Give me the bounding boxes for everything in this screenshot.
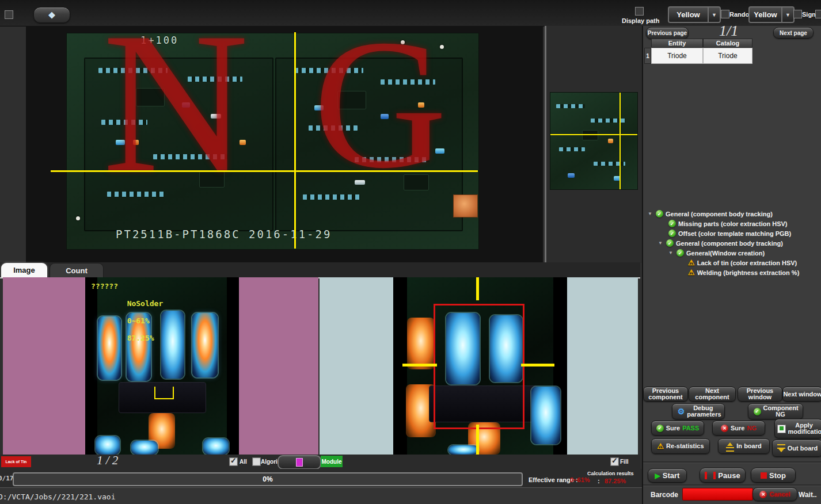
tree-expander-icon[interactable] [658, 241, 664, 246]
color-select-right-value: Yellow [750, 7, 781, 22]
pcb-fiducial-hole [76, 216, 80, 220]
table-corner [644, 39, 651, 48]
out-board-label: Out board [788, 445, 818, 452]
crosshair-horizontal-line [51, 170, 478, 172]
tree-expander-icon[interactable] [668, 251, 674, 255]
tree-item-offset[interactable]: Offset (color template matching PGB) [645, 228, 818, 238]
check-circle-icon [676, 249, 684, 257]
check-circle-icon [668, 230, 676, 237]
inspection-tree: General (component body tracking) Missin… [645, 209, 818, 277]
next-page-button[interactable]: Next page [773, 27, 814, 39]
column-header-catalog[interactable]: Catalog [703, 39, 752, 48]
progress-percent-text: 0% [263, 475, 272, 483]
defect-type-badge: Lack of Tin [1, 456, 31, 467]
out-board-button[interactable]: Out board [772, 440, 821, 457]
sign-checkbox[interactable] [793, 10, 802, 18]
pcb-component [568, 173, 575, 178]
check-circle-icon [754, 408, 761, 415]
previous-window-button[interactable]: Previous window [738, 387, 782, 402]
column-header-entity[interactable]: Entity [651, 39, 703, 48]
fill-checkbox[interactable] [610, 457, 619, 466]
pcb-board-photo[interactable]: 1+100 PT2511B-PT1868C 2016-11-29 N G [66, 33, 479, 250]
progress-bar: 0% [13, 472, 523, 486]
tab-count[interactable]: Count [50, 263, 104, 278]
color-swatch [296, 458, 303, 467]
solder-pad [161, 311, 184, 379]
next-window-button[interactable]: Next window [782, 387, 821, 402]
board-count-text: 0/17 [0, 475, 14, 482]
color-select-right[interactable]: Yellow ▼ [748, 6, 795, 23]
previous-page-button[interactable]: Previous page [646, 27, 689, 39]
sure-pass-button[interactable]: Sure PASS [651, 421, 704, 436]
copper-pad-region [453, 194, 478, 217]
overlay-line-2: NoSolder [127, 299, 164, 308]
tree-item-general-tracking-2[interactable]: General (component body tracking) [645, 238, 818, 248]
color-select-left[interactable]: Yellow ▼ [668, 6, 721, 23]
thumb-crosshair-horizontal [550, 134, 637, 135]
solder-pad [448, 445, 478, 455]
sure-pass-prefix: Sure [666, 425, 680, 432]
defect-closeup-photo[interactable]: ?????? NoSolder 0~61% 87.25% [85, 277, 239, 455]
display-path-checkbox[interactable] [635, 7, 644, 16]
tree-expander-icon[interactable] [648, 212, 653, 216]
start-button[interactable]: Start [648, 468, 687, 483]
stop-button[interactable]: Stop [751, 468, 796, 483]
job-path-text: D:/VCTA/Jobs//221/221.vaoi [0, 492, 116, 501]
tree-item-general-tracking-1[interactable]: General (component body tracking) [645, 209, 818, 219]
solder-pad [407, 318, 435, 369]
barcode-cancel-button[interactable]: Cancel [752, 487, 797, 501]
tab-count-label: Count [66, 266, 88, 275]
expand-view-button[interactable] [33, 7, 70, 23]
chevron-down-icon[interactable]: ▼ [708, 7, 720, 22]
sure-ng-prefix: Sure [731, 425, 744, 432]
overlay-color-button[interactable] [278, 455, 321, 469]
module-closeup-photo[interactable] [393, 277, 567, 455]
apply-modification-label: Apply modification [788, 422, 820, 435]
panel-divider [643, 484, 821, 486]
re-statistics-button[interactable]: Re-statistics [651, 438, 710, 454]
sure-pass-suffix: PASS [682, 425, 699, 432]
sure-ng-button[interactable]: Sure NG [712, 421, 765, 436]
all-checkbox[interactable] [229, 457, 238, 466]
pcb-component-row [559, 147, 585, 151]
tree-item-label: Lack of tin (color extraction HSV) [697, 259, 797, 266]
tree-item-welding[interactable]: Welding (brightness extraction %) [645, 268, 818, 277]
table-cell-entity[interactable]: Triode [651, 48, 703, 64]
zoom-thumbnail-photo[interactable] [550, 92, 638, 190]
window-marker-left [402, 364, 437, 366]
check-circle-icon [666, 239, 674, 247]
barcode-input[interactable] [682, 488, 753, 501]
pcb-component-row [556, 104, 585, 108]
random-checkbox[interactable] [721, 10, 729, 18]
machine-status-text: Wait.. [799, 491, 817, 499]
progress-status-row: 0/17 0% Effective range : 0~61% Calculat… [0, 469, 642, 487]
pcb-component [608, 139, 613, 143]
window-marker-right [521, 364, 554, 366]
chevron-down-icon[interactable]: ▼ [781, 7, 793, 22]
previous-component-button[interactable]: Previous component [643, 387, 688, 402]
tree-item-window-creation[interactable]: General(Window creation) [645, 248, 818, 258]
previous-window-label: Previous window [738, 388, 782, 400]
apply-modification-button[interactable]: Apply modification [774, 419, 821, 438]
tab-image[interactable]: Image [1, 263, 47, 277]
overlay-line-4: 87.25% [127, 334, 154, 342]
in-board-button[interactable]: In board [718, 438, 770, 454]
pause-button[interactable]: Pause [700, 468, 746, 483]
page-indicator: 1/1 [719, 22, 738, 40]
main-board-viewport[interactable]: 1+100 PT2511B-PT1868C 2016-11-29 N G [26, 26, 543, 263]
tree-item-lack-of-tin[interactable]: Lack of tin (color extraction HSV) [645, 258, 818, 268]
tree-item-missing-parts[interactable]: Missing parts (color extraction HSV) [645, 219, 818, 228]
color-select-left-value: Yellow [669, 7, 708, 22]
clipped-checkbox[interactable] [815, 10, 821, 18]
debug-parameters-button[interactable]: Debug parameters [672, 403, 725, 419]
job-path-row: D:/VCTA/Jobs//221/221.vaoi [0, 487, 642, 504]
toolbar-checkbox-left[interactable] [5, 10, 13, 19]
tree-item-label: General (component body tracking) [676, 240, 783, 247]
table-cell-catalog[interactable]: Triode [703, 48, 752, 64]
barcode-cancel-label: Cancel [769, 491, 790, 498]
algorithm-checkbox[interactable] [252, 457, 261, 466]
check-circle-icon [668, 220, 676, 227]
next-component-button[interactable]: Next component [689, 387, 736, 402]
component-ng-button[interactable]: Component NG [748, 403, 803, 419]
in-board-label: In board [736, 443, 761, 449]
